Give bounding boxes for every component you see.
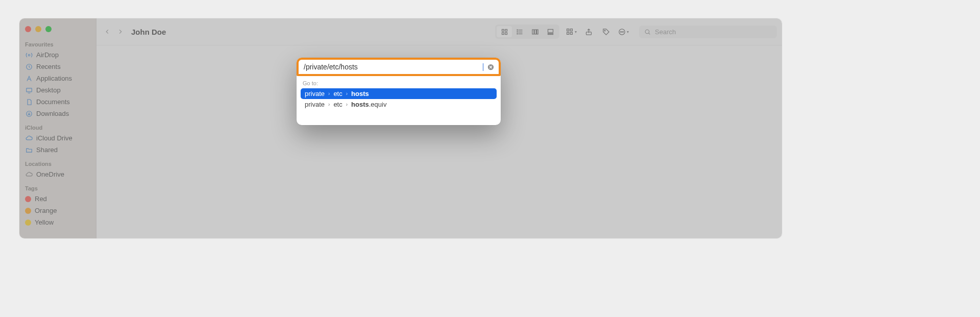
svg-rect-17 [552,33,553,34]
sidebar-item-label: Yellow [35,218,54,226]
svg-rect-16 [550,33,551,34]
minimize-window-button[interactable] [35,26,41,32]
sidebar-tag-orange[interactable]: Orange [24,205,91,216]
svg-rect-13 [536,30,538,34]
view-column-button[interactable] [527,26,543,37]
nav-forward-button[interactable] [117,28,123,36]
path-match: hosts [351,101,369,108]
goto-suggestion[interactable]: private › etc › hosts.equiv [301,99,497,110]
finder-window: Favourites AirDrop Recents Applications … [19,18,782,238]
svg-point-8 [517,30,517,30]
sidebar-tag-red[interactable]: Red [24,193,91,205]
sidebar-item-label: Downloads [36,110,69,117]
path-match: hosts [351,90,369,97]
action-menu-button[interactable]: ▾ [616,28,631,36]
path-segment: etc [333,90,342,97]
sidebar-item-label: Recents [36,63,61,70]
text-cursor [483,63,483,71]
search-field[interactable] [639,26,777,38]
toolbar: John Doe ▾ ▾ [96,18,782,45]
svg-rect-19 [570,29,572,31]
sidebar-section-icloud-label: iCloud [25,125,91,131]
sidebar-item-airdrop[interactable]: AirDrop [24,49,91,61]
goto-suggestion[interactable]: private › etc › hosts [301,88,497,99]
window-title: John Doe [131,28,166,36]
search-icon [644,29,651,35]
window-controls [25,26,91,32]
sidebar-item-label: Desktop [36,86,61,94]
sidebar-section-tags-label: Tags [25,185,91,191]
chevron-right-icon: › [328,102,330,107]
chevron-right-icon: › [346,102,348,107]
svg-point-26 [621,31,622,32]
cloud-icon [25,171,33,178]
sidebar-item-icloud-drive[interactable]: iCloud Drive [24,132,91,144]
folder-icon [25,147,33,154]
svg-rect-7 [505,32,507,34]
document-icon [25,99,33,106]
sidebar-item-onedrive[interactable]: OneDrive [24,168,91,180]
svg-point-23 [604,30,605,31]
path-segment: etc [333,101,342,108]
sidebar-item-label: Orange [35,207,57,214]
clock-icon [25,63,33,70]
sidebar-item-label: Shared [36,146,58,154]
sidebar-item-label: Applications [36,75,72,82]
svg-rect-15 [548,33,549,34]
cloud-icon [25,135,33,142]
tag-dot-icon [25,208,31,214]
close-window-button[interactable] [25,26,31,32]
svg-point-27 [623,31,623,32]
svg-rect-18 [567,29,569,31]
sidebar-section-locations-label: Locations [25,161,91,167]
view-grid-button[interactable] [497,26,512,37]
sidebar-item-downloads[interactable]: Downloads [24,108,91,119]
sidebar-item-recents[interactable]: Recents [24,61,91,72]
sidebar-item-desktop[interactable]: Desktop [24,84,91,96]
clear-input-button[interactable] [486,63,495,71]
zoom-window-button[interactable] [45,26,52,32]
group-by-button[interactable]: ▾ [564,28,579,36]
search-input[interactable] [654,28,772,36]
share-button[interactable] [581,28,596,36]
svg-rect-12 [534,30,536,34]
path-segment: private [305,101,325,108]
sidebar-tag-yellow[interactable]: Yellow [24,216,91,228]
svg-rect-6 [502,32,504,34]
go-to-label: Go to: [297,76,501,88]
svg-point-10 [517,33,517,34]
view-gallery-button[interactable] [543,26,558,37]
tag-dot-icon [25,220,31,226]
desktop-icon [25,87,33,94]
view-list-button[interactable] [512,26,527,37]
path-suffix: .equiv [369,101,387,108]
svg-rect-14 [548,29,553,32]
sidebar-item-label: iCloud Drive [36,134,72,142]
svg-point-28 [645,30,649,34]
svg-rect-11 [532,30,533,34]
download-icon [25,110,33,117]
airdrop-icon [25,52,33,59]
svg-rect-20 [567,32,569,34]
sidebar-item-documents[interactable]: Documents [24,96,91,108]
chevron-right-icon: › [328,91,330,96]
chevron-down-icon: ▾ [575,30,577,34]
nav-back-button[interactable] [105,28,110,36]
main-pane: John Doe ▾ ▾ [96,18,782,238]
sidebar-item-shared[interactable]: Shared [24,144,91,156]
sidebar-item-label: Documents [36,98,70,106]
sidebar-item-applications[interactable]: Applications [24,72,91,84]
a-icon [25,75,33,82]
sidebar-item-label: OneDrive [36,170,64,178]
chevron-right-icon: › [346,91,348,96]
sidebar: Favourites AirDrop Recents Applications … [19,18,96,238]
svg-point-9 [517,31,517,32]
go-to-path-input[interactable] [303,62,480,71]
go-to-field-highlight [297,58,501,76]
tag-button[interactable] [598,28,614,36]
svg-point-25 [620,31,621,32]
svg-rect-4 [502,29,504,31]
sidebar-item-label: Red [35,195,47,203]
svg-rect-5 [505,29,507,31]
svg-point-0 [28,54,30,56]
